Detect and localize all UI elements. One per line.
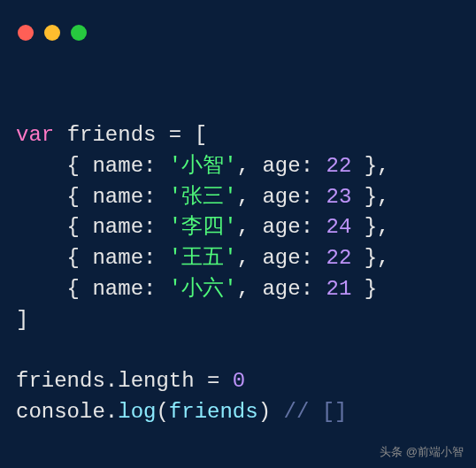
number-zero: 0 <box>233 369 245 393</box>
array-body: { name: '小智', age: 22 }, { name: '张三', a… <box>16 154 390 301</box>
window-controls <box>0 0 476 41</box>
dot: . <box>105 400 118 424</box>
comment: // [] <box>284 400 348 424</box>
identifier-friends2: friends <box>16 369 105 393</box>
identifier-console: console <box>16 400 105 424</box>
maximize-icon <box>71 25 87 41</box>
identifier-friends: friends <box>67 123 157 147</box>
close-icon <box>18 25 34 41</box>
arg-friends: friends <box>169 400 258 424</box>
paren-open: ( <box>156 400 168 424</box>
op-eq: = <box>169 123 181 147</box>
code-block: var friends = [ { name: '小智', age: 22 },… <box>0 41 476 428</box>
minimize-icon <box>44 25 60 41</box>
bracket-open: [ <box>195 123 207 147</box>
keyword-var: var <box>16 123 54 147</box>
watermark: 头条 @前端小智 <box>380 444 464 461</box>
length-assign: .length = <box>105 369 233 393</box>
fn-log: log <box>118 400 156 424</box>
bracket-close: ] <box>16 308 28 332</box>
paren-close: ) <box>258 400 284 424</box>
